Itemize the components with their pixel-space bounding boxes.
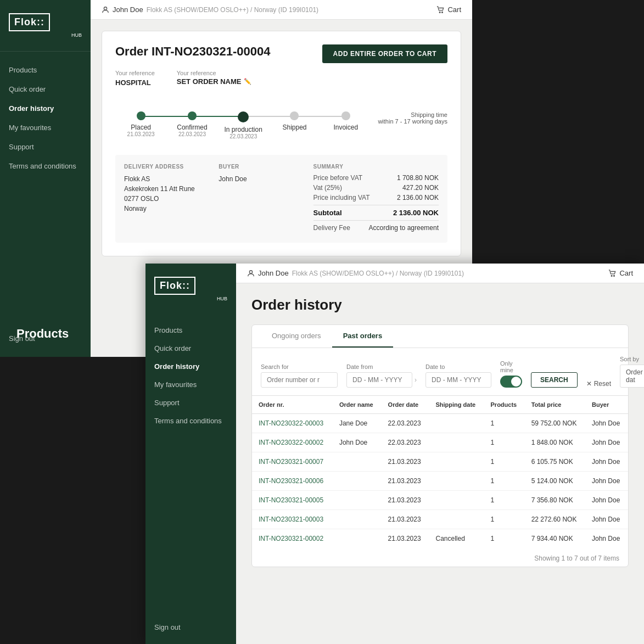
front-header-cart[interactable]: Cart	[608, 269, 633, 277]
order-nr-link[interactable]: INT-NO230321-00002	[259, 535, 323, 542]
cell-order-nr[interactable]: INT-NO230321-00002	[252, 529, 333, 548]
table-row: INT-NO230322-00002 John Doe 22.03.2023 1…	[252, 433, 628, 452]
order-nr-link[interactable]: INT-NO230321-00006	[259, 477, 323, 485]
front-cart-icon	[608, 270, 616, 277]
back-nav-products[interactable]: Products	[0, 60, 91, 80]
sort-group: Sort by Order dat ▼	[620, 356, 644, 388]
table-header-row: Order nr. Order name Order date Shipping…	[252, 396, 628, 414]
step-date-confirmed: 22.03.2023	[178, 131, 206, 137]
order-nr-link[interactable]: INT-NO230322-00002	[259, 439, 323, 446]
date-from-arrow: ›	[415, 376, 417, 384]
shipping-note-wrap: Shipping time within 7 - 17 working days	[371, 111, 447, 125]
cell-order-nr[interactable]: INT-NO230321-00003	[252, 510, 333, 529]
col-total-price: Total price	[525, 396, 585, 414]
back-header: John Doe Flokk AS (SHOW/DEMO OSLO++) / N…	[91, 0, 472, 20]
back-header-cart[interactable]: Cart	[436, 5, 461, 14]
price-incl-label: Price including VAT	[313, 194, 370, 201]
cell-shipping-date	[429, 491, 484, 510]
front-nav-terms[interactable]: Terms and conditions	[145, 412, 236, 430]
svg-point-1	[440, 12, 441, 13]
cell-order-name	[333, 472, 382, 491]
dark-bottom-panel	[0, 340, 145, 644]
cell-buyer: John Doe	[585, 491, 628, 510]
delivery-fee-row: Delivery Fee According to agreement	[313, 224, 439, 232]
cell-order-name	[333, 491, 382, 510]
buyer-label: BUYER	[219, 164, 302, 170]
cell-total-price: 7 356.80 NOK	[525, 491, 585, 510]
front-nav-products[interactable]: Products	[145, 321, 236, 339]
step-label-invoiced: Invoiced	[333, 124, 358, 131]
svg-point-0	[104, 7, 107, 9]
ref2: Your reference SET ORDER NAME ✏️	[177, 70, 251, 86]
cell-order-date: 22.03.2023	[382, 414, 429, 433]
order-nr-link[interactable]: INT-NO230321-00003	[259, 516, 323, 523]
step-dot-production	[238, 111, 249, 122]
order-nr-link[interactable]: INT-NO230321-00007	[259, 458, 323, 466]
col-order-date: Order date	[382, 396, 429, 414]
table-row: INT-NO230321-00007 21.03.2023 1 6 105.75…	[252, 452, 628, 472]
back-user-name: John Doe	[113, 5, 143, 14]
order-nr-link[interactable]: INT-NO230322-00003	[259, 419, 323, 427]
order-info-section: DELIVERY ADDRESS Flokk AS Askekroken 11 …	[115, 155, 447, 243]
svg-point-5	[614, 275, 615, 276]
back-nav-support[interactable]: Support	[0, 137, 91, 156]
date-to-input[interactable]	[425, 372, 491, 388]
order-nr-link[interactable]: INT-NO230321-00005	[259, 496, 323, 504]
ref2-set-order[interactable]: SET ORDER NAME ✏️	[177, 77, 251, 86]
back-nav-favourites[interactable]: My favourites	[0, 118, 91, 137]
search-input[interactable]	[261, 372, 338, 388]
subtotal-row: Subtotal 2 136.00 NOK	[313, 209, 439, 217]
ref1: Your reference HOSPITAL	[115, 70, 155, 87]
cell-order-name	[333, 510, 382, 529]
cell-buyer: John Doe	[585, 433, 628, 452]
step-dot-placed	[137, 111, 145, 120]
vat-label: Vat (25%)	[313, 184, 342, 192]
buyer-col: BUYER John Doe	[219, 164, 302, 234]
step-line-production	[243, 116, 294, 117]
tab-ongoing-orders[interactable]: Ongoing orders	[261, 325, 332, 348]
ref2-value: SET ORDER NAME	[177, 77, 242, 86]
cell-order-nr[interactable]: INT-NO230322-00003	[252, 414, 333, 433]
table-row: INT-NO230321-00006 21.03.2023 1 5 124.00…	[252, 472, 628, 491]
front-nav-order-history[interactable]: Order history	[145, 357, 236, 376]
table-row: INT-NO230322-00003 Jane Doe 22.03.2023 1…	[252, 414, 628, 433]
front-nav-quick-order[interactable]: Quick order	[145, 339, 236, 357]
edit-icon[interactable]: ✏️	[244, 78, 251, 85]
front-nav-favourites[interactable]: My favourites	[145, 376, 236, 394]
reset-label: Reset	[594, 380, 611, 388]
front-nav-support[interactable]: Support	[145, 394, 236, 412]
cell-order-nr[interactable]: INT-NO230321-00007	[252, 452, 333, 472]
date-from-input[interactable]	[346, 372, 412, 388]
back-nav-quick-order[interactable]: Quick order	[0, 80, 91, 99]
delivery-line2: Askekroken 11 Att Rune	[124, 184, 208, 194]
add-entire-order-btn[interactable]: ADD ENTIRE ORDER TO CART	[322, 44, 447, 63]
cell-shipping-date	[429, 414, 484, 433]
table-row: INT-NO230321-00005 21.03.2023 1 7 356.80…	[252, 491, 628, 510]
cell-order-date: 21.03.2023	[382, 529, 429, 548]
date-from-label: Date from	[346, 363, 417, 370]
cell-buyer: John Doe	[585, 510, 628, 529]
front-sign-out[interactable]: Sign out	[145, 618, 236, 636]
step-label-production: In production	[225, 126, 262, 133]
step-date-production: 22.03.2023	[229, 133, 257, 139]
cell-order-nr[interactable]: INT-NO230321-00006	[252, 472, 333, 491]
search-button[interactable]: SEARCH	[531, 372, 578, 388]
front-user-name: John Doe	[258, 269, 289, 277]
table-head: Order nr. Order name Order date Shipping…	[252, 396, 628, 414]
cell-shipping-date	[429, 452, 484, 472]
page-title: Order history	[251, 296, 629, 313]
tab-past-orders[interactable]: Past orders	[332, 325, 394, 348]
reset-button[interactable]: ✕ Reset	[586, 380, 611, 388]
cell-order-nr[interactable]: INT-NO230321-00005	[252, 491, 333, 510]
order-title: Order INT-NO230321-00004 Your reference …	[115, 44, 271, 100]
cell-order-nr[interactable]: INT-NO230322-00002	[252, 433, 333, 452]
back-nav-terms[interactable]: Terms and conditions	[0, 156, 91, 176]
cell-shipping-date	[429, 510, 484, 529]
summary-divider	[313, 205, 439, 205]
back-sidebar: Flok:: HUB Products Quick order Order hi…	[0, 0, 91, 357]
only-mine-toggle[interactable]	[500, 376, 522, 388]
showing-text: Showing 1 to 7 out of 7 items	[252, 548, 628, 567]
back-nav-order-history[interactable]: Order history	[0, 99, 91, 118]
ref1-label: Your reference	[115, 70, 155, 76]
step-label-shipped: Shipped	[282, 124, 306, 131]
